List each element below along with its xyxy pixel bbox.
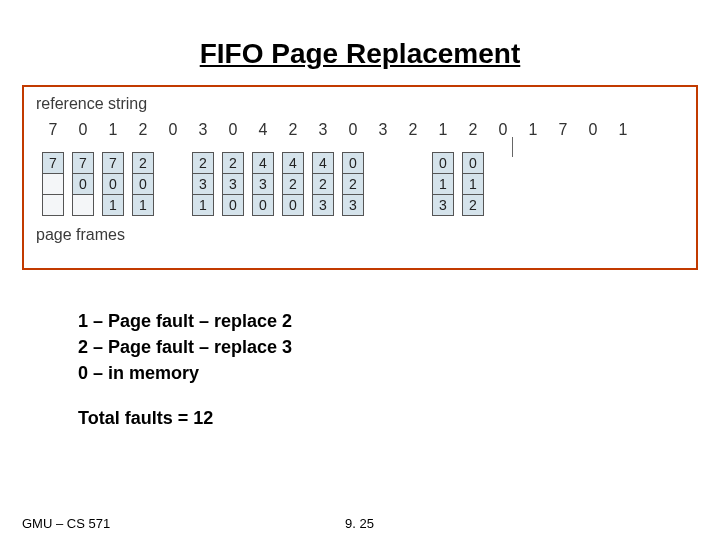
frame-column: 70 — [68, 153, 98, 216]
reference-value: 3 — [188, 121, 218, 139]
frame-stack: 230 — [222, 153, 244, 216]
frame-cell — [42, 194, 64, 216]
frame-cell: 1 — [132, 194, 154, 216]
frame-stack: 423 — [312, 153, 334, 216]
frame-column — [368, 153, 398, 216]
diagram-container: reference string 70120304230321201701 77… — [22, 85, 698, 270]
frame-column — [158, 153, 188, 216]
page-frames-area: 770701201231230430420423023013012 — [38, 153, 686, 216]
reference-value: 0 — [488, 121, 518, 139]
frame-column: 423 — [308, 153, 338, 216]
frame-column: 201 — [128, 153, 158, 216]
reference-value: 0 — [338, 121, 368, 139]
frame-cell: 7 — [72, 152, 94, 174]
frame-column: 013 — [428, 153, 458, 216]
frame-cell: 2 — [192, 152, 214, 174]
frame-column — [518, 153, 548, 216]
reference-value: 3 — [368, 121, 398, 139]
frame-column: 231 — [188, 153, 218, 216]
frame-cell: 3 — [312, 194, 334, 216]
frame-stack: 7 — [42, 153, 64, 216]
notes-block: 1 – Page fault – replace 22 – Page fault… — [78, 308, 720, 386]
frame-column — [488, 153, 518, 216]
reference-value: 2 — [458, 121, 488, 139]
frame-column: 420 — [278, 153, 308, 216]
reference-value: 2 — [128, 121, 158, 139]
footer-slide-number: 9. 25 — [345, 516, 374, 531]
frame-stack: 013 — [432, 153, 454, 216]
frame-cell: 1 — [102, 194, 124, 216]
frame-cell: 1 — [192, 194, 214, 216]
reference-value: 3 — [308, 121, 338, 139]
frame-cell: 0 — [132, 173, 154, 195]
frame-cell: 2 — [222, 152, 244, 174]
frame-stack: 420 — [282, 153, 304, 216]
frame-cell: 0 — [252, 194, 274, 216]
frame-cell — [72, 194, 94, 216]
frame-cell: 3 — [432, 194, 454, 216]
frame-cell: 1 — [432, 173, 454, 195]
reference-value: 0 — [158, 121, 188, 139]
note-line: 1 – Page fault – replace 2 — [78, 308, 720, 334]
reference-value: 0 — [218, 121, 248, 139]
reference-value: 2 — [278, 121, 308, 139]
frame-stack: 012 — [462, 153, 484, 216]
frame-column — [578, 153, 608, 216]
reference-value: 2 — [398, 121, 428, 139]
frame-column — [608, 153, 638, 216]
frame-cell: 0 — [282, 194, 304, 216]
frame-column: 7 — [38, 153, 68, 216]
reference-value: 7 — [548, 121, 578, 139]
frame-cell: 2 — [312, 173, 334, 195]
frame-stack: 430 — [252, 153, 274, 216]
frame-column: 230 — [218, 153, 248, 216]
frame-column: 430 — [248, 153, 278, 216]
frame-column — [398, 153, 428, 216]
reference-value: 7 — [38, 121, 68, 139]
frame-cell: 4 — [252, 152, 274, 174]
frame-cell: 7 — [102, 152, 124, 174]
frame-cell: 0 — [222, 194, 244, 216]
reference-value: 0 — [578, 121, 608, 139]
note-line: 0 – in memory — [78, 360, 720, 386]
frame-stack: 701 — [102, 153, 124, 216]
frame-cell: 3 — [342, 194, 364, 216]
frame-cell: 4 — [282, 152, 304, 174]
reference-value: 0 — [68, 121, 98, 139]
frame-cell: 7 — [42, 152, 64, 174]
frame-cell: 3 — [222, 173, 244, 195]
frame-cell: 2 — [282, 173, 304, 195]
slide-title: FIFO Page Replacement — [0, 38, 720, 70]
total-faults: Total faults = 12 — [78, 408, 720, 429]
footer-left: GMU – CS 571 — [22, 516, 110, 531]
frame-cell: 2 — [462, 194, 484, 216]
frame-column — [548, 153, 578, 216]
frame-stack: 231 — [192, 153, 214, 216]
reference-value: 1 — [518, 121, 548, 139]
frame-cell: 1 — [462, 173, 484, 195]
frame-stack: 70 — [72, 153, 94, 216]
frame-cell — [42, 173, 64, 195]
frame-column: 023 — [338, 153, 368, 216]
reference-value: 1 — [98, 121, 128, 139]
reference-value: 4 — [248, 121, 278, 139]
reference-string-row: 70120304230321201701 — [38, 121, 686, 139]
frame-cell: 0 — [342, 152, 364, 174]
reference-value: 1 — [608, 121, 638, 139]
frame-stack: 023 — [342, 153, 364, 216]
frame-cell: 3 — [252, 173, 274, 195]
frame-cell: 0 — [72, 173, 94, 195]
frame-cell: 2 — [132, 152, 154, 174]
page-frames-label: page frames — [36, 226, 686, 244]
frame-cell: 0 — [432, 152, 454, 174]
note-line: 2 – Page fault – replace 3 — [78, 334, 720, 360]
reference-value: 1 — [428, 121, 458, 139]
frame-column: 701 — [98, 153, 128, 216]
frame-cell: 0 — [462, 152, 484, 174]
frame-cell: 4 — [312, 152, 334, 174]
frame-stack: 201 — [132, 153, 154, 216]
divider-bar — [512, 137, 513, 157]
reference-string-label: reference string — [36, 95, 686, 113]
frame-column: 012 — [458, 153, 488, 216]
frame-cell: 3 — [192, 173, 214, 195]
